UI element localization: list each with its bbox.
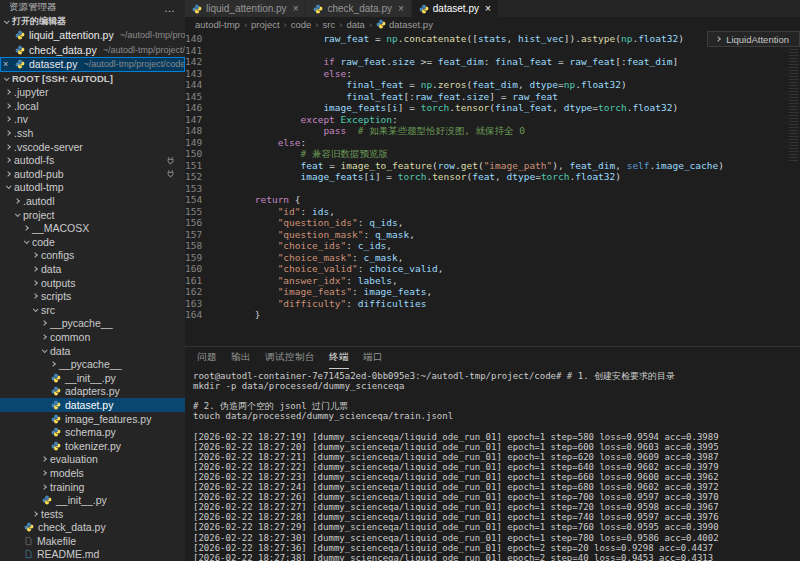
- chevron-right-icon: [715, 36, 721, 42]
- tree-item-__init__.py[interactable]: __init__.py: [0, 371, 185, 385]
- tree-item-autodl-fs[interactable]: autodl-fs: [0, 153, 185, 167]
- chevron-right-icon: [41, 484, 47, 490]
- breadcrumb-item-data[interactable]: data: [346, 19, 365, 30]
- breadcrumb-item-dataset.py[interactable]: dataset.py: [376, 19, 433, 30]
- chevron-right-icon: [41, 456, 47, 462]
- tree-item-src[interactable]: src: [0, 303, 185, 317]
- tree-item-common[interactable]: common: [0, 330, 185, 344]
- tree-item-.vscode-server[interactable]: .vscode-server: [0, 140, 185, 154]
- tree-item-evaluation[interactable]: evaluation: [0, 453, 185, 467]
- explorer-title: 资源管理器: [9, 1, 57, 14]
- tree-item-dataset.py[interactable]: dataset.py: [0, 398, 185, 412]
- code-line-148: 148 pass # 如果某些题型恰好没图, 就保持全 0: [185, 125, 787, 137]
- tab-liquid_attention.py[interactable]: liquid_attention.py×: [185, 0, 306, 17]
- line-number: 144: [185, 79, 209, 91]
- tree-item-tokenizer.py[interactable]: tokenizer.py: [0, 439, 185, 453]
- tree-item-__pycache__[interactable]: __pycache__: [0, 357, 185, 371]
- tree-item-data[interactable]: data: [0, 262, 185, 276]
- code-line-150: 150 # 兼容旧数据预览版: [185, 148, 787, 160]
- minimap[interactable]: [787, 31, 800, 346]
- open-editor-check_data.py[interactable]: check_data.py~/autodl-tmp/project/code: [0, 43, 185, 58]
- close-icon[interactable]: ×: [293, 3, 299, 14]
- line-number: 151: [185, 160, 209, 172]
- explorer-sidebar: 资源管理器 … 打开的编辑器 liquid_attention.py~/auto…: [0, 0, 185, 561]
- panel-tab-问题[interactable]: 问题: [197, 347, 217, 369]
- tree-item-.ssh[interactable]: .ssh: [0, 126, 185, 140]
- code-line-147: 147 except Exception:: [185, 114, 787, 126]
- tree-item-models[interactable]: models: [0, 466, 185, 480]
- tree-item-configs[interactable]: configs: [0, 249, 185, 263]
- line-number: 154: [185, 194, 209, 206]
- tree-item-schema.py[interactable]: schema.py: [0, 425, 185, 439]
- more-actions-icon[interactable]: …: [164, 2, 175, 14]
- python-icon: [192, 4, 202, 14]
- tree-item-.nv[interactable]: .nv: [0, 113, 185, 127]
- tree-item-scripts[interactable]: scripts: [0, 289, 185, 303]
- python-icon: [15, 45, 25, 55]
- remote-link-icon: [166, 156, 175, 165]
- code-editor[interactable]: 140 raw_feat = np.concatenate([stats, hi…: [185, 31, 787, 346]
- tree-item-__init__.py[interactable]: __init__.py: [0, 493, 185, 507]
- line-number: 161: [185, 275, 209, 287]
- outline-widget[interactable]: LiquidAttention: [707, 31, 800, 47]
- open-editor-liquid_attention.py[interactable]: liquid_attention.py~/autodl-tmp/project/…: [0, 28, 185, 43]
- tree-item-outputs[interactable]: outputs: [0, 276, 185, 290]
- code-line-153: 153: [185, 183, 787, 195]
- tab-dataset.py[interactable]: dataset.py×: [412, 0, 499, 17]
- tree-item-adapters.py[interactable]: adapters.py: [0, 385, 185, 399]
- line-number: 140: [185, 33, 209, 45]
- chevron-right-icon: [32, 280, 38, 286]
- breadcrumb-item-autodl-tmp[interactable]: autodl-tmp: [195, 19, 240, 30]
- terminal[interactable]: root@autodl-container-7e7145a2ed-0bb095e…: [185, 369, 800, 561]
- breadcrumb-item-project[interactable]: project: [251, 19, 280, 30]
- breadcrumb-item-src[interactable]: src: [323, 19, 336, 30]
- outline-symbol-label: LiquidAttention: [726, 34, 789, 45]
- code-line-157: 157 "question_mask": q_mask,: [185, 229, 787, 241]
- chevron-right-icon: [23, 225, 29, 231]
- tree-item-image_features.py[interactable]: image_features.py: [0, 412, 185, 426]
- close-icon[interactable]: ×: [485, 3, 491, 14]
- tab-check_data.py[interactable]: check_data.py×: [306, 0, 411, 17]
- chevron-right-icon: [5, 157, 11, 163]
- open-editors-section-header[interactable]: 打开的编辑器: [0, 15, 185, 28]
- tree-item-.jupyter[interactable]: .jupyter: [0, 86, 185, 100]
- line-number: 160: [185, 263, 209, 275]
- open-editor-dataset.py[interactable]: ×dataset.py~/autodl-tmp/project/code/src…: [0, 57, 185, 72]
- tree-item-data[interactable]: data: [0, 344, 185, 358]
- tree-item-check_data.py[interactable]: check_data.py: [0, 521, 185, 535]
- code-line-161: 161 "answer_idx": labels,: [185, 275, 787, 287]
- line-number: 141: [185, 45, 209, 57]
- terminal-line: mkdir -p data/processed/dummy_scienceqa: [193, 381, 800, 391]
- tree-item-project[interactable]: project: [0, 208, 185, 222]
- panel-tab-端口[interactable]: 端口: [363, 347, 383, 369]
- breadcrumb-item-code[interactable]: code: [291, 19, 312, 30]
- tree-item-tests[interactable]: tests: [0, 507, 185, 521]
- terminal-line: [2026-02-22 18:27:19] [dummy_scienceqa/l…: [193, 432, 800, 442]
- file-icon: [24, 536, 33, 546]
- close-icon[interactable]: ×: [3, 59, 11, 69]
- panel-tab-终端[interactable]: 终端: [329, 347, 349, 369]
- tree-item-autodl-tmp[interactable]: autodl-tmp: [0, 181, 185, 195]
- tree-item-__MACOSX[interactable]: __MACOSX: [0, 221, 185, 235]
- panel-tab-输出[interactable]: 输出: [231, 347, 251, 369]
- tree-item-code[interactable]: code: [0, 235, 185, 249]
- chevron-right-icon: [5, 117, 11, 123]
- line-number: 153: [185, 183, 209, 195]
- python-icon: [376, 19, 386, 29]
- tree-item-Makefile[interactable]: Makefile: [0, 534, 185, 548]
- code-line-162: 162 "image_feats": image_feats,: [185, 286, 787, 298]
- tree-item-README.md[interactable]: README.md: [0, 548, 185, 561]
- terminal-line: touch data/processed/dummy_scienceqa/tra…: [193, 411, 800, 421]
- tree-item-.local[interactable]: .local: [0, 99, 185, 113]
- code-line-164: 164 }: [185, 309, 787, 321]
- close-icon[interactable]: ×: [398, 3, 404, 14]
- tree-item-.autodl[interactable]: .autodl: [0, 194, 185, 208]
- workspace-root-section-header[interactable]: ROOT [SSH: AUTODL]: [0, 72, 185, 86]
- terminal-line: [2026-02-22 18:27:23] [dummy_scienceqa/l…: [193, 472, 800, 482]
- terminal-line: [2026-02-22 18:27:22] [dummy_scienceqa/l…: [193, 462, 800, 472]
- tree-item-training[interactable]: training: [0, 480, 185, 494]
- breadcrumb: autodl-tmp›project›code›src›data›dataset…: [185, 17, 800, 31]
- tree-item-autodl-pub[interactable]: autodl-pub: [0, 167, 185, 181]
- tree-item-__pycache__[interactable]: __pycache__: [0, 317, 185, 331]
- panel-tab-调试控制台[interactable]: 调试控制台: [265, 347, 315, 369]
